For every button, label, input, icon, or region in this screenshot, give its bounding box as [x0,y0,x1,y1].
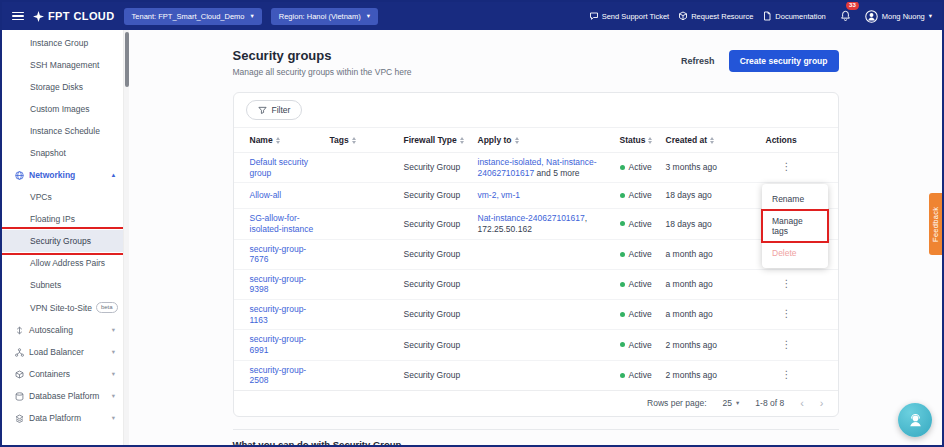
table-row: security-group-2508 Security Group Activ… [234,360,838,390]
firewall-type-cell: Security Group [404,190,478,201]
status-dot-icon [620,193,625,198]
status-label: Active [629,309,652,320]
next-page-button[interactable]: › [820,398,824,409]
sg-name-link[interactable]: Allow-all [250,190,330,201]
top-navbar: FPT CLOUD Tenant: FPT_Smart_Cloud_Demo ▾… [2,2,942,30]
documentation-label: Documentation [775,12,825,21]
sidebar-section-label: Autoscaling [29,325,73,335]
row-actions-icon[interactable]: ⋮ [766,161,822,174]
apply-to-link[interactable]: vm-2, vm-1 [478,190,521,200]
sg-name-link[interactable]: security-group-9398 [250,274,330,295]
sidebar-item-allow-address-pairs[interactable]: Allow Address Pairs [2,252,123,274]
sg-name-link[interactable]: security-group-2508 [250,365,330,386]
status-cell: Active [620,279,666,290]
apply-to-link[interactable]: Nat-instance-240627101617 [478,213,585,223]
column-header-name[interactable]: Name [250,135,330,145]
sg-name-link[interactable]: security-group-6991 [250,334,330,355]
column-header-status[interactable]: Status [620,135,666,145]
sg-name-link[interactable]: security-group-1163 [250,304,330,325]
filter-label: Filter [272,105,291,115]
sg-name-link[interactable]: SG-allow-for-isolated-instance [250,213,330,234]
created-cell: 2 months ago [666,340,766,351]
column-header-created-at[interactable]: Created at [666,135,766,145]
column-label: Firewall Type [404,135,457,145]
row-actions-icon[interactable]: ⋮ [766,339,822,352]
send-support-ticket-link[interactable]: Send Support Ticket [589,11,670,21]
sidebar-item-security-groups[interactable]: Security Groups [2,230,123,252]
user-menu[interactable]: Mong Nuong ▾ [865,10,932,23]
row-actions-icon[interactable]: ⋮ [766,308,822,321]
sidebar-section-containers[interactable]: Containers ▾ [2,363,123,385]
column-header-firewall-type[interactable]: Firewall Type [404,135,478,145]
avatar-icon [865,10,878,23]
sidebar-item-vpcs[interactable]: VPCs [2,186,123,208]
sidebar-item-custom-images[interactable]: Custom Images [2,98,123,120]
brand-name: FPT CLOUD [48,10,115,22]
support-agent-icon [907,412,924,429]
sidebar-section-networking[interactable]: Networking ▴ [2,164,123,186]
apply-to-cell: vm-2, vm-1 [478,190,620,201]
scrollbar-thumb[interactable] [125,32,129,87]
rows-per-page-select[interactable]: 25 ▾ [723,398,740,408]
what-you-can-do-section: What you can do with Security Group Secu… [233,429,839,445]
funnel-icon [258,106,267,115]
document-icon [762,11,772,21]
sidebar-item-label: VPN Site-to-Site [30,303,92,313]
sort-icon [648,137,652,144]
sidebar-section-data-platform[interactable]: Data Platform ▾ [2,407,123,429]
context-menu-delete[interactable]: Delete [762,242,828,264]
documentation-link[interactable]: Documentation [762,11,825,21]
filter-button[interactable]: Filter [246,100,303,120]
sidebar-item-snapshot[interactable]: Snapshot [2,142,123,164]
sidebar-item-label: VPCs [30,192,52,202]
tenant-selector[interactable]: Tenant: FPT_Smart_Cloud_Demo ▾ [124,8,262,25]
context-menu-manage-tags[interactable]: Manage tags [762,210,828,242]
column-header-apply-to[interactable]: Apply to [478,135,620,145]
content-column: Security groups Manage all security grou… [233,48,839,445]
context-menu-rename[interactable]: Rename [762,188,828,210]
menu-icon[interactable] [12,12,24,21]
sidebar-section-autoscaling[interactable]: Autoscaling ▾ [2,319,123,341]
sidebar-item-instance-group[interactable]: Instance Group [2,32,123,54]
sidebar-item-instance-schedule[interactable]: Instance Schedule [2,120,123,142]
sidebar-item-ssh-management[interactable]: SSH Management [2,54,123,76]
pagination-range: 1-8 of 8 [755,398,784,408]
brand-logo-icon [33,11,44,22]
request-resource-link[interactable]: Request Resource [678,11,753,21]
containers-icon [14,370,24,379]
status-cell: Active [620,340,666,351]
status-label: Active [629,279,652,290]
sidebar-section-database-platform[interactable]: Database Platform ▾ [2,385,123,407]
sg-name-link[interactable]: Default security group [250,157,330,178]
sidebar-item-storage-disks[interactable]: Storage Disks [2,76,123,98]
column-label: Status [620,135,646,145]
sidebar-item-floating-ips[interactable]: Floating IPs [2,208,123,230]
status-label: Active [629,340,652,351]
row-actions-icon[interactable]: ⋮ [766,278,822,291]
row-actions-icon[interactable]: ⋮ [766,369,822,382]
sidebar-section-load-balancer[interactable]: Load Balancer ▾ [2,341,123,363]
firewall-type-cell: Security Group [404,370,478,381]
create-security-group-button[interactable]: Create security group [729,50,839,72]
sidebar-item-vpn-site-to-site[interactable]: VPN Site-to-Site beta [2,296,123,319]
sg-name-link[interactable]: security-group-7676 [250,244,330,265]
notifications-button[interactable]: 33 [840,7,851,25]
page-header-actions: Refresh Create security group [681,50,838,72]
support-fab[interactable] [898,403,932,437]
page-header-text: Security groups Manage all security grou… [233,48,412,77]
refresh-button[interactable]: Refresh [681,56,715,66]
pagination-bar: Rows per page: 25 ▾ 1-8 of 8 ‹ › [234,390,838,416]
column-label: Created at [666,135,708,145]
feedback-tab[interactable]: Feedback [929,193,942,255]
caret-down-icon: ▾ [367,13,370,20]
firewall-type-cell: Security Group [404,309,478,320]
region-selector[interactable]: Region: Hanoi (Vietnam) ▾ [271,8,378,25]
brand-logo[interactable]: FPT CLOUD [33,10,115,22]
sidebar-item-subnets[interactable]: Subnets [2,274,123,296]
previous-page-button[interactable]: ‹ [800,398,804,409]
status-label: Active [629,370,652,381]
created-cell: 18 days ago [666,190,766,201]
sidebar-item-label: Allow Address Pairs [30,258,105,268]
column-header-tags[interactable]: Tags [330,135,404,145]
region-label: Region: Hanoi (Vietnam) [279,12,361,21]
